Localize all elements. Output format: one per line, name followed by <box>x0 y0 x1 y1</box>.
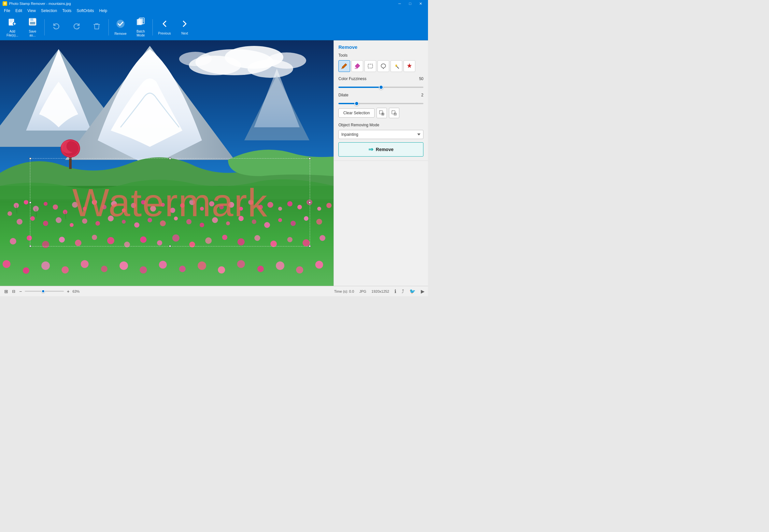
svg-point-121 <box>179 266 186 272</box>
rectangle-tool-button[interactable] <box>364 60 376 72</box>
svg-point-123 <box>218 266 225 273</box>
toolbar-sep-3 <box>152 19 153 35</box>
svg-rect-1 <box>9 20 13 20</box>
play-icon[interactable]: ▶ <box>421 288 425 294</box>
canvas-area[interactable]: Watermark <box>0 40 333 286</box>
redo-button[interactable] <box>67 16 86 39</box>
color-fuzziness-row: Color Fuzziness 50 <box>338 77 424 81</box>
tools-label: Tools <box>338 53 424 58</box>
toolbar-sep-2 <box>108 19 109 35</box>
svg-point-115 <box>62 266 69 273</box>
share-icon[interactable]: ⤴ <box>402 288 404 294</box>
svg-point-114 <box>41 261 50 270</box>
stamp-tool-button[interactable] <box>404 60 415 72</box>
selection-handle-tl <box>29 158 31 160</box>
zoom-in-button[interactable]: + <box>66 289 70 294</box>
zoom-slider[interactable] <box>25 291 64 292</box>
menu-view[interactable]: View <box>25 7 38 14</box>
lasso-tool-button[interactable] <box>377 60 389 72</box>
select-mode-button-2[interactable] <box>389 108 399 118</box>
svg-point-116 <box>81 260 89 268</box>
batch-mode-button[interactable]: BatchMode <box>131 16 150 39</box>
info-icon[interactable]: ℹ <box>395 288 397 294</box>
svg-rect-8 <box>30 18 34 21</box>
panel-title: Remove <box>338 44 424 50</box>
svg-point-20 <box>267 52 306 69</box>
dilate-row: Dilate 2 <box>338 93 424 97</box>
svg-point-119 <box>140 266 147 273</box>
svg-point-67 <box>326 203 331 208</box>
menu-bar: File Edit View Selection Tools SoftOrbit… <box>0 7 428 14</box>
object-removing-mode-dropdown[interactable]: Inpainting Content-Aware Fill Pattern Fi… <box>338 130 424 139</box>
svg-rect-10 <box>33 19 34 20</box>
menu-file[interactable]: File <box>1 7 13 14</box>
brush-tool-button[interactable] <box>338 60 350 72</box>
main-layout: Watermark Remove Tools <box>0 40 428 286</box>
menu-edit[interactable]: Edit <box>13 7 25 14</box>
add-files-button[interactable]: AddFile(s)... <box>3 16 22 39</box>
toolbar: AddFile(s)... Saveas... <box>0 14 428 40</box>
svg-rect-9 <box>30 22 35 24</box>
svg-point-112 <box>3 260 10 268</box>
window-controls: ─ □ ✕ <box>395 0 426 7</box>
svg-rect-2 <box>9 21 13 21</box>
status-right: Time (s): 0.0 JPG 1920x1252 ℹ ⤴ 🐦 ▶ <box>334 288 425 294</box>
clear-button[interactable] <box>87 16 106 39</box>
previous-button[interactable]: Previous <box>155 16 174 39</box>
selection-handle-br <box>309 245 311 247</box>
toolbar-sep-1 <box>44 19 45 35</box>
remove-toolbar-button[interactable]: Remove <box>111 16 130 39</box>
batch-mode-icon <box>136 17 145 28</box>
zoom-out-button[interactable]: − <box>18 289 23 294</box>
dilate-slider[interactable] <box>338 103 424 104</box>
save-as-button[interactable]: Saveas... <box>23 16 42 39</box>
next-button[interactable]: Next <box>175 16 194 39</box>
svg-rect-136 <box>379 111 383 114</box>
svg-point-38 <box>7 211 12 216</box>
undo-button[interactable] <box>47 16 66 39</box>
svg-point-68 <box>17 219 22 225</box>
svg-rect-133 <box>355 68 357 69</box>
dilate-value: 2 <box>414 93 424 97</box>
remove-arrow-icon: ⇒ <box>368 146 373 153</box>
status-bar: ⊞ ⊟ − + 63% Time (s): 0.0 JPG 1920x1252 … <box>0 286 428 296</box>
maximize-button[interactable]: □ <box>405 0 415 7</box>
svg-point-66 <box>317 207 321 211</box>
canvas-image: Watermark <box>0 40 333 286</box>
selection-handle-bm <box>169 245 171 247</box>
svg-rect-134 <box>368 64 372 68</box>
selection-handle-bl <box>29 245 31 247</box>
fit-width-icon[interactable]: ⊟ <box>11 289 16 294</box>
zoom-thumb <box>41 289 45 293</box>
color-fuzziness-section: Color Fuzziness 50 <box>338 77 424 89</box>
fit-window-icon[interactable]: ⊞ <box>3 289 9 294</box>
color-fuzziness-label: Color Fuzziness <box>338 77 412 81</box>
close-button[interactable]: ✕ <box>416 0 426 7</box>
watermark-selection: Watermark <box>30 158 310 246</box>
selection-handle-mr <box>309 202 311 203</box>
twitter-icon[interactable]: 🐦 <box>410 288 416 294</box>
time-label: Time (s): 0.0 <box>334 289 354 293</box>
menu-help[interactable]: Help <box>97 7 110 14</box>
color-select-tool-button[interactable] <box>351 60 363 72</box>
color-fuzziness-slider[interactable] <box>338 87 424 88</box>
batch-mode-label: BatchMode <box>136 30 145 37</box>
dilate-label: Dilate <box>338 93 412 97</box>
svg-point-126 <box>276 261 284 270</box>
select-mode-button-1[interactable] <box>376 108 387 118</box>
minimize-button[interactable]: ─ <box>395 0 405 7</box>
menu-tools[interactable]: Tools <box>60 7 74 14</box>
menu-softorbits[interactable]: SoftOrbits <box>74 7 96 14</box>
svg-point-117 <box>101 266 107 272</box>
redo-icon <box>73 22 80 32</box>
remove-button[interactable]: ⇒ Remove <box>338 142 424 157</box>
previous-icon <box>160 19 169 30</box>
svg-point-128 <box>315 261 323 269</box>
svg-point-125 <box>257 266 264 272</box>
watermark-text: Watermark <box>72 180 268 225</box>
object-removing-mode-section: Object Removing Mode Inpainting Content-… <box>338 123 424 139</box>
menu-selection[interactable]: Selection <box>38 7 60 14</box>
magic-wand-tool-button[interactable] <box>391 60 402 72</box>
clear-selection-button[interactable]: Clear Selection <box>338 108 374 118</box>
svg-point-91 <box>316 219 322 225</box>
